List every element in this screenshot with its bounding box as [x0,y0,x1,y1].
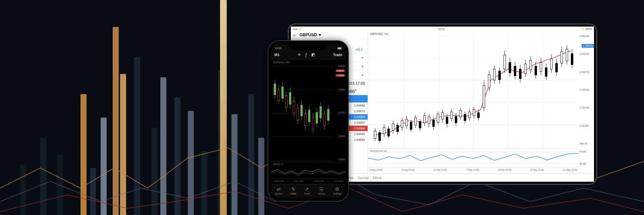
status-time: 12:21 [438,28,445,31]
svg-rect-57 [473,110,475,116]
svg-rect-13 [374,131,376,138]
phone-bottom-tabs: ⇄Quotes ϟChart ↗Trade ☰History ⚙Settings [271,184,345,198]
tablet-status-bar: ••••• ⚡ 12:21 ⚡ 100% [291,27,594,31]
svg-rect-61 [483,86,485,108]
phone-x-axis: 7 Oct 17:00 7 Oct 17:30 7 Oct 17:45 7 Oc… [271,179,345,184]
svg-rect-106 [278,90,280,100]
quotes-icon: ⇄ [277,186,281,192]
svg-rect-37 [428,117,430,124]
svg-rect-89 [555,63,557,72]
tab-chart[interactable]: ϟChart [290,186,296,195]
svg-rect-67 [498,71,500,80]
svg-rect-114 [293,101,295,113]
svg-rect-73 [514,66,516,76]
svg-rect-112 [289,93,291,104]
svg-rect-15 [379,132,381,140]
svg-rect-120 [305,114,307,126]
rsi-label: RSI(14) 63.39 [370,149,387,153]
svg-rect-108 [281,87,283,98]
phone-indicator-label: MACD 14 [273,163,283,165]
svg-rect-75 [519,69,521,79]
chart-title: GBPUSD, H1 [370,32,388,36]
svg-rect-124 [312,118,314,129]
phone-screen: 12:21 ▮▮▮ M1 ✛ ƒ ◩ Trade EURUSD, M1 1.06… [271,44,345,198]
phone-toolbar: M1 ✛ ƒ ◩ Trade [271,50,345,59]
chart-y-axis: 1.55190 1.54430 1.53670 1.52910 1.52150 … [579,31,594,148]
svg-rect-63 [488,75,490,88]
status-time: 12:21 [275,47,282,50]
svg-rect-59 [477,113,479,118]
svg-rect-51 [460,111,462,117]
indicator-icon[interactable]: ƒ [305,52,307,57]
status-left: ••••• ⚡ [293,28,302,31]
svg-rect-116 [297,109,299,120]
phone-notch [290,43,327,50]
phone-candles [272,66,333,161]
svg-rect-49 [455,116,457,123]
price-plus[interactable]: + [360,55,365,60]
svg-rect-87 [550,59,552,69]
svg-rect-83 [540,62,542,71]
svg-rect-110 [285,95,287,107]
svg-rect-65 [493,69,495,80]
svg-rect-93 [566,49,568,61]
gear-icon: ⚙ [335,186,339,192]
svg-rect-81 [535,66,537,75]
svg-rect-29 [410,122,412,130]
objects-icon[interactable]: ◩ [311,52,315,57]
svg-rect-21 [392,124,394,130]
tab-settings[interactable]: ⚙Settings [333,186,341,195]
svg-rect-47 [450,112,452,119]
status-right: ▮▮▮ [337,47,341,50]
tab-about[interactable]: About [373,176,381,180]
tablet-chart[interactable]: GBPUSD, H1 1.54918 1.55190 1.54430 1.536… [368,31,594,173]
timeframe[interactable]: M1 [274,53,279,57]
svg-rect-45 [446,117,448,124]
svg-rect-77 [524,64,526,74]
svg-rect-122 [308,110,310,122]
svg-rect-128 [320,106,322,118]
phone-indicator-panel: MACD 14 [271,162,345,178]
svg-rect-43 [441,113,443,119]
svg-rect-33 [419,121,421,128]
user-icon: ◉ [293,33,296,37]
svg-rect-27 [406,119,408,126]
symbol-selector[interactable]: GBPUSD ▼ [300,33,322,37]
svg-rect-25 [401,121,403,127]
svg-rect-132 [327,110,329,121]
phone-chart-title: EURUSD, M1 [273,61,289,64]
svg-rect-35 [424,116,426,123]
status-right: ⚡ 100% [581,28,592,31]
trade-icon: ↗ [305,186,309,192]
svg-rect-23 [396,125,398,132]
svg-rect-130 [324,114,326,126]
svg-rect-126 [316,112,318,123]
qty-inc-large[interactable]: +0.1 [354,47,365,51]
phone-y-axis: 1.0640 1.0630 1.0620 1.0600 1.0590 [333,65,345,161]
chart-x-axis: 5 May 15:00 6 May 07:00 6 May 23:00 7 Ma… [368,167,579,173]
crosshair-icon[interactable]: ✛ [298,52,301,57]
svg-rect-31 [415,118,417,125]
svg-rect-55 [469,112,471,118]
tab-quotes[interactable]: ⇄Quotes [275,186,283,195]
svg-rect-17 [383,127,385,134]
tab-journal[interactable]: Journal [358,176,369,180]
svg-rect-41 [437,114,439,122]
tab-trade[interactable]: ↗Trade [304,186,310,195]
svg-rect-69 [504,55,506,69]
sl-plus[interactable]: + [360,64,365,69]
svg-rect-53 [464,114,466,121]
phone-chart[interactable]: EURUSD, M1 1.0631 1.0629 1.0640 1.0630 1… [271,59,345,184]
candlestick-area [370,36,577,146]
svg-rect-91 [561,51,563,63]
phone-device: 12:21 ▮▮▮ M1 ✛ ƒ ◩ Trade EURUSD, M1 1.06… [268,40,349,202]
svg-rect-71 [509,62,511,73]
svg-rect-118 [301,105,303,116]
trade-button[interactable]: Trade [333,53,342,57]
svg-rect-39 [432,120,434,127]
svg-rect-95 [571,54,573,65]
history-icon: ☰ [319,186,324,192]
chart-icon: ϟ [292,186,295,192]
tp-plus[interactable]: + [360,73,365,78]
tab-history[interactable]: ☰History [318,186,325,195]
